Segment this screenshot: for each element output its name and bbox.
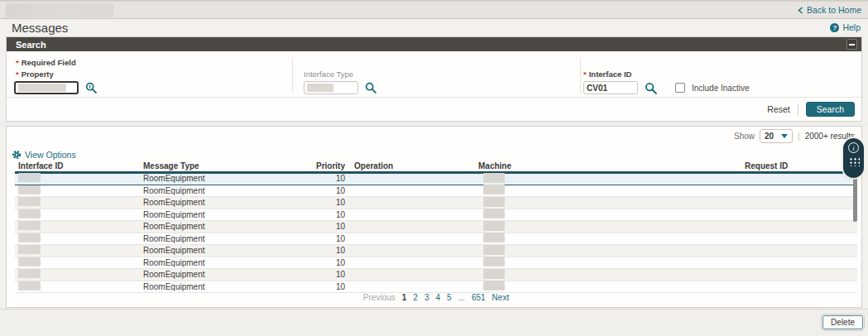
search-panel-title: Search [16,40,46,50]
results-panel: Show 20 | 2000+ results View Options Int… [6,126,862,308]
search-icon[interactable] [365,82,376,94]
top-bar: Back to Home [0,0,868,19]
back-to-home-link[interactable]: Back to Home [798,2,861,18]
cell-priority: 10 [280,258,345,267]
cell-message-type: RoomEquipment [143,270,280,279]
required-field-note: *Required Field [16,58,76,67]
redacted-machine [483,233,505,242]
table-row[interactable]: RoomEquipment10 [15,257,857,270]
table-row[interactable]: RoomEquipment10 [15,173,857,185]
col-interface-id[interactable]: Interface ID [15,161,143,170]
interface-id-value: CV01 [587,84,607,93]
interface-id-input[interactable]: CV01 [583,81,638,94]
table-row[interactable]: RoomEquipment10 [15,269,857,281]
cell-interface-id [15,257,143,268]
cell-priority: 10 [280,198,345,207]
cell-interface-id [15,173,143,184]
cell-message-type: RoomEquipment [143,174,280,183]
page-size-value: 20 [765,132,774,141]
required-asterisk: * [16,70,19,79]
cell-priority: 10 [280,222,345,231]
table-row[interactable]: RoomEquipment10 [15,281,857,294]
cell-message-type: RoomEquipment [143,258,280,267]
cell-message-type: RoomEquipment [143,234,280,243]
cell-priority: 10 [280,270,345,279]
bottom-action-bar: Delete [0,309,868,336]
cell-message-type: RoomEquipment [143,186,280,195]
pagination: Previous 12345 ... 651 Next [15,293,857,302]
collapse-panel-button[interactable] [846,39,857,50]
col-request-id[interactable]: Request ID [745,161,857,170]
previous-page-button[interactable]: Previous [363,293,396,302]
page-link[interactable]: 5 [447,293,452,302]
last-page-link[interactable]: 651 [472,293,486,302]
help-link[interactable]: ? Help [830,22,861,32]
app-title-redacted [6,3,113,17]
help-label: Help [842,22,861,32]
delete-button[interactable]: Delete [822,315,863,329]
cell-priority: 10 [280,186,345,195]
cell-interface-id [15,209,143,220]
cell-machine [478,269,745,281]
cell-priority: 10 [280,174,345,183]
interface-type-input[interactable] [304,81,358,94]
include-inactive-label: Include Inactive [692,84,750,93]
pagination-ellipsis: ... [458,293,465,302]
redacted-machine [483,245,505,255]
reset-button[interactable]: Reset [767,104,789,114]
page-link[interactable]: 4 [435,293,440,302]
cell-interface-id [15,233,143,244]
cell-message-type: RoomEquipment [143,210,280,219]
help-icon: ? [830,23,839,32]
redacted-machine [483,269,505,279]
table-row[interactable]: RoomEquipment10 [15,185,857,198]
search-icon[interactable] [85,82,97,94]
cell-interface-id [15,197,143,208]
page-link[interactable]: 3 [424,293,429,302]
page-size-select[interactable]: 20 [760,129,793,143]
page-link[interactable]: 1 [402,293,407,302]
table-row[interactable]: RoomEquipment10 [15,233,857,246]
col-machine[interactable]: Machine [478,161,745,170]
col-priority[interactable]: Priority [280,161,345,170]
table-row[interactable]: RoomEquipment10 [15,197,857,209]
gear-icon [12,150,22,160]
cell-machine [478,233,745,244]
redacted-interface-id [18,257,41,266]
property-field-group: *Property [14,70,97,94]
redacted-value [18,84,66,92]
interface-id-label: *Interface ID [583,70,750,79]
cell-priority: 10 [280,246,345,255]
redacted-interface-id [18,209,41,218]
col-operation[interactable]: Operation [345,161,478,170]
cell-machine [478,173,745,185]
page-title: Messages [12,21,68,35]
col-message-type[interactable]: Message Type [143,161,280,170]
interface-id-field-group: *Interface ID CV01 Include Inactive [583,70,750,94]
cell-message-type: RoomEquipment [143,198,280,207]
search-icon[interactable] [645,82,657,94]
redacted-interface-id [18,173,41,182]
table-row[interactable]: RoomEquipment10 [15,209,857,222]
minus-icon [849,44,855,46]
cell-machine [478,209,745,220]
property-label: *Property [14,70,97,79]
vertical-scrollbar[interactable] [853,174,857,222]
table-row[interactable]: RoomEquipment10 [15,221,857,233]
property-input[interactable] [14,81,79,94]
grid-dots-icon[interactable] [848,156,860,166]
page-link[interactable]: 2 [413,293,418,302]
divider [798,104,798,115]
required-asterisk: * [16,58,19,67]
next-page-button[interactable]: Next [492,293,510,302]
redacted-value [307,84,333,92]
interface-type-label: Interface Type [304,70,376,79]
include-inactive-checkbox[interactable] [675,83,685,93]
view-options-button[interactable]: View Options [12,150,76,160]
table-row[interactable]: RoomEquipment10 [15,245,857,257]
redacted-machine [483,281,505,290]
cell-machine [478,281,745,292]
info-icon[interactable]: i [848,142,859,153]
search-button[interactable]: Search [806,102,855,117]
cell-priority: 10 [280,234,345,243]
